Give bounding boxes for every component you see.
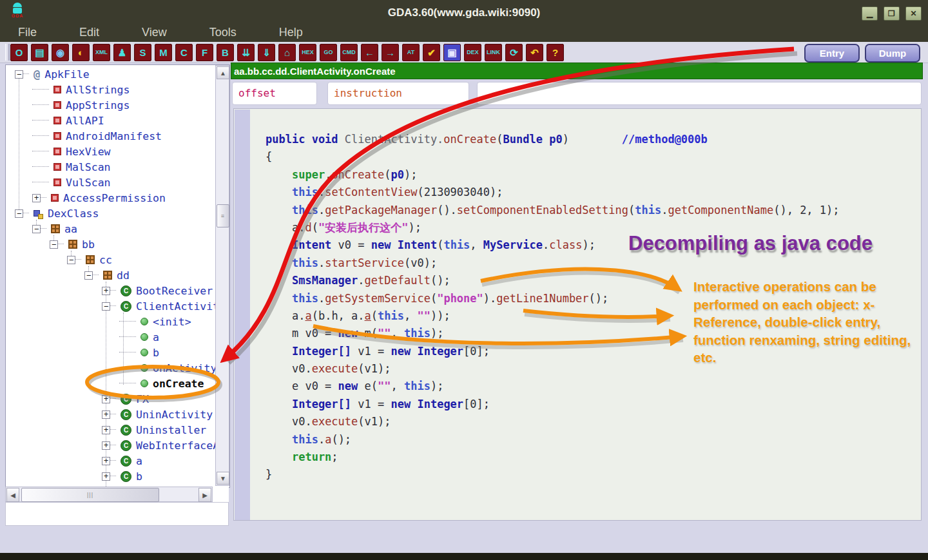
vertical-scroll-thumb[interactable]: ≡ — [217, 204, 229, 227]
fork-down-icon[interactable]: ⇊ — [237, 44, 255, 61]
tree-item-bb[interactable]: −bb — [6, 237, 229, 252]
expand-icon[interactable]: + — [32, 194, 41, 202]
menu-tools[interactable]: Tools — [206, 24, 240, 41]
menu-view[interactable]: View — [138, 24, 171, 41]
tree-item-b[interactable]: b — [6, 345, 229, 360]
tree-vertical-scrollbar[interactable]: ▲ ≡ ▼ — [215, 65, 229, 486]
refresh-icon[interactable]: ⟳ — [505, 44, 523, 61]
tree-item-AllAPI[interactable]: AllAPI — [6, 113, 229, 128]
cmd-icon[interactable]: CMD — [340, 44, 358, 61]
code-line[interactable]: this.setContentView(2130903040); — [266, 184, 840, 201]
close-button[interactable]: ✕ — [905, 6, 922, 21]
collapse-icon[interactable]: − — [15, 209, 23, 218]
help-icon[interactable]: ? — [546, 44, 564, 61]
collapse-icon[interactable]: − — [32, 225, 41, 233]
forward-icon[interactable]: → — [382, 44, 399, 61]
toolbar-gripper[interactable] — [5, 44, 10, 61]
collapse-icon[interactable]: − — [15, 70, 23, 79]
tree-item-AccessPermission[interactable]: +AccessPermission — [6, 190, 229, 206]
back-icon[interactable]: ← — [361, 44, 378, 61]
code-line[interactable]: return; — [266, 449, 840, 466]
expand-icon[interactable]: + — [102, 441, 110, 450]
scroll-up-icon[interactable]: ▲ — [217, 66, 229, 79]
tree-item-ClientActivity[interactable]: −CClientActivity — [6, 298, 229, 314]
merge-down-icon[interactable]: ⇓ — [258, 44, 275, 61]
menu-file[interactable]: File — [14, 24, 41, 41]
collapse-icon[interactable]: − — [102, 302, 110, 311]
code-line[interactable]: this.a(); — [266, 431, 840, 449]
tree-item-cc[interactable]: −cc — [6, 252, 229, 267]
blank-column-header[interactable] — [477, 82, 922, 105]
open-icon[interactable]: O — [10, 44, 28, 61]
bytes-icon[interactable]: B — [217, 44, 234, 61]
bookmark-icon[interactable]: ▣ — [443, 44, 461, 61]
tree-horizontal-scrollbar[interactable]: ◀ ||| ▶ — [5, 487, 213, 502]
tree-item-VulScan[interactable]: VulScan — [6, 175, 229, 190]
tree-item-MalScan[interactable]: MalScan — [6, 159, 229, 175]
classes-icon[interactable]: C — [175, 44, 193, 61]
hex-icon[interactable]: HEX — [299, 44, 316, 61]
maximize-button[interactable]: ❒ — [884, 6, 900, 21]
dex-icon[interactable]: DEX — [464, 44, 481, 61]
menu-help[interactable]: Help — [275, 24, 307, 41]
bank-icon[interactable]: ⌂ — [278, 44, 296, 61]
tree-item-BootReceiver[interactable]: +CBootReceiver — [6, 283, 229, 298]
android-icon[interactable]: ♟ — [113, 44, 131, 61]
dump-button[interactable]: Dump — [865, 44, 920, 63]
expand-icon[interactable]: + — [102, 410, 110, 419]
tree-item-HexView[interactable]: HexView — [6, 144, 229, 159]
bytecode-icon[interactable]: ◐ — [72, 44, 90, 61]
tree-item-AndroidManifest[interactable]: AndroidManifest — [6, 128, 229, 144]
tree-item-ApkFile[interactable]: −@ApkFile — [6, 66, 229, 82]
link-icon[interactable]: LINK — [485, 44, 502, 61]
scroll-down-icon[interactable]: ▼ — [217, 472, 229, 485]
tree-item-DexClass[interactable]: −DexClass — [6, 206, 229, 221]
go-icon[interactable]: GO — [320, 44, 337, 61]
xref-link[interactable]: a — [365, 309, 371, 322]
xml-icon[interactable]: XML — [93, 44, 110, 61]
offset-column-header[interactable]: offset — [232, 82, 317, 105]
check-icon[interactable]: ✔ — [423, 44, 440, 61]
tree-item-Uninstaller[interactable]: +CUninstaller — [6, 422, 229, 438]
tree-item-onCreate[interactable]: onCreate — [6, 376, 229, 391]
xref-link[interactable]: a — [305, 309, 311, 322]
entry-button[interactable]: Entry — [804, 44, 860, 63]
code-line[interactable]: super.onCreate(p0); — [266, 166, 840, 184]
collapse-icon[interactable]: − — [67, 256, 75, 264]
expand-icon[interactable]: + — [102, 472, 110, 481]
minimize-button[interactable]: ▁ — [862, 6, 878, 21]
tree-item-dd[interactable]: −dd — [6, 267, 229, 283]
tree-item-a[interactable]: a — [6, 329, 229, 345]
tree-item-onActivityResult[interactable]: onActivityResult — [6, 360, 229, 376]
tree-item-WebInterfaceActivity[interactable]: +CWebInterfaceActivity — [6, 438, 229, 453]
tree-item-UninActivity[interactable]: +CUninActivity — [6, 407, 229, 422]
horizontal-scroll-thumb[interactable]: ||| — [21, 488, 159, 502]
tree-item-FX[interactable]: +CFX — [6, 391, 229, 407]
collapse-icon[interactable]: − — [84, 271, 93, 280]
instruction-column-header[interactable]: instruction — [327, 82, 469, 105]
tree-item-b[interactable]: +Cb — [6, 468, 229, 484]
tree-item-aa[interactable]: −aa — [6, 221, 229, 237]
search-icon[interactable]: ◉ — [52, 44, 69, 61]
tree-item-init[interactable]: <init> — [6, 314, 229, 329]
expand-icon[interactable]: + — [102, 426, 110, 434]
methods-icon[interactable]: M — [155, 44, 172, 61]
code-line[interactable]: Integer[] v1 = new Integer[0]; — [266, 396, 840, 413]
strings-icon[interactable]: S — [134, 44, 151, 61]
expand-icon[interactable]: + — [102, 287, 110, 295]
code-line[interactable]: this.startService(v0); — [266, 255, 840, 272]
expand-icon[interactable]: + — [102, 457, 110, 465]
at-icon[interactable]: AT — [402, 44, 420, 61]
code-line[interactable]: { — [266, 148, 840, 166]
undo-icon[interactable]: ↶ — [526, 44, 543, 61]
scroll-right-icon[interactable]: ▶ — [198, 488, 211, 502]
code-line[interactable]: this.getPackageManager().setComponentEna… — [266, 202, 840, 219]
code-line[interactable]: v0.execute(v1); — [266, 413, 840, 430]
code-line[interactable]: } — [266, 466, 840, 483]
scroll-left-icon[interactable]: ◀ — [6, 488, 19, 502]
code-line[interactable]: e v0 = new e("", this); — [266, 378, 840, 395]
collapse-icon[interactable]: − — [50, 240, 58, 249]
save-icon[interactable]: ▤ — [31, 44, 48, 61]
tree-item-AllStrings[interactable]: AllStrings — [6, 82, 229, 97]
tree-item-AppStrings[interactable]: AppStrings — [6, 97, 229, 113]
